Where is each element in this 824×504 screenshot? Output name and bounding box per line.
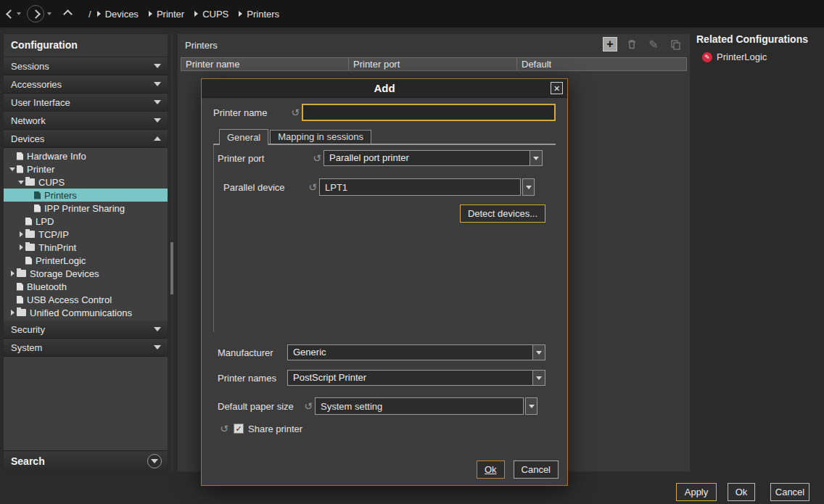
dialog-close-button[interactable] [551,82,563,94]
printer-name-input[interactable] [302,104,556,121]
reset-icon[interactable] [218,423,231,434]
column-header-printer-name[interactable]: Printer name [181,57,349,71]
detect-devices-button[interactable]: Detect devices... [460,205,545,223]
tab-mapping-in-sessions[interactable]: Mapping in sessions [270,130,371,144]
sidebar-section-system[interactable]: System [4,339,168,357]
sidebar-section-user-interface[interactable]: User Interface [4,94,168,112]
dialog-titlebar[interactable]: Add [202,79,567,98]
tree-item-printer[interactable]: Printer [4,162,168,175]
search-expand-button[interactable] [147,454,162,468]
tree-item-printerlogic[interactable]: PrinterLogic [4,254,168,267]
detect-devices-row: Detect devices... [218,205,545,223]
reset-icon[interactable] [289,107,302,118]
nav-forward[interactable] [27,5,52,22]
pencil-icon: ✎ [648,38,658,51]
reset-icon[interactable] [306,181,319,193]
column-header-printer-port[interactable]: Printer port [349,57,517,71]
column-header-default[interactable]: Default [517,57,687,71]
sidebar-section-security[interactable]: Security [4,321,168,339]
breadcrumb-arrow-icon [149,11,152,17]
chevron-down-icon [533,157,539,160]
file-icon [34,205,41,212]
sidebar-section-network[interactable]: Network [4,112,168,130]
chevron-down-icon [154,100,161,104]
ok-button[interactable]: Ok [728,483,755,501]
search-bar[interactable]: Search [4,450,168,471]
chevron-down-icon [536,351,542,355]
tree-item-printers[interactable]: Printers [4,189,168,202]
file-icon [25,257,32,265]
dropdown-arrow-button [530,151,542,165]
dialog-footer: Ok Cancel [477,460,559,479]
parallel-device-input[interactable]: LPT1 [319,178,521,196]
manufacturer-select[interactable]: Generic [287,344,545,360]
breadcrumb-bar: / Devices Printer CUPS Printers [0,0,824,28]
scrollbar-handle[interactable] [170,242,173,294]
cancel-button[interactable]: Cancel [770,483,809,501]
breadcrumb-printer[interactable]: Printer [149,9,184,20]
reset-icon[interactable] [310,152,324,164]
forward-circle [27,5,44,22]
copy-icon [670,38,681,50]
file-icon [25,218,32,226]
tree-item-tcpip[interactable]: TCP/IP [4,228,168,241]
collapse-toggle-icon[interactable] [17,231,25,237]
edit-button[interactable]: ✎ [646,37,661,51]
tree-item-unified-communications[interactable]: Unified Communications [4,306,168,319]
sidebar-scrollbar[interactable] [170,33,173,472]
share-printer-checkbox[interactable] [234,424,244,434]
expand-toggle-icon[interactable] [17,181,25,184]
manufacturer-label: Manufacturer [218,347,287,358]
config-tree: Hardware Info Printer CUPS Printers IPP … [4,148,168,321]
sidebar-section-accessories[interactable]: Accessories [4,75,168,94]
sidebar-section-devices[interactable]: Devices [4,130,168,148]
tree-item-hardware-info[interactable]: Hardware Info [4,149,168,162]
printer-names-select[interactable]: PostScript Printer [287,370,545,386]
collapse-toggle-icon[interactable] [17,244,25,250]
back-history-caret-icon [17,12,21,15]
sidebar-section-sessions[interactable]: Sessions [4,57,168,75]
nav-up[interactable] [65,11,71,17]
collapse-toggle-icon[interactable] [8,270,17,276]
close-icon [553,83,560,94]
paper-size-input[interactable]: System setting [315,397,524,415]
breadcrumb-cups[interactable]: CUPS [194,9,228,20]
chevron-down-icon [536,376,542,380]
parallel-device-dropdown-button[interactable] [522,178,535,196]
file-icon [34,191,41,199]
breadcrumb-root[interactable]: / [88,9,91,20]
delete-button[interactable] [625,37,639,51]
tree-item-ipp-printer-sharing[interactable]: IPP Printer Sharing [4,202,168,215]
reset-icon[interactable] [302,400,315,412]
printer-port-select[interactable]: Parallel port printer [324,150,543,166]
copy-button[interactable] [668,37,683,51]
breadcrumb-printers[interactable]: Printers [239,9,279,20]
collapse-toggle-icon[interactable] [8,310,17,315]
tree-item-bluetooth[interactable]: Bluetooth [4,280,168,293]
tab-general[interactable]: General [219,129,268,145]
tree-item-cups[interactable]: CUPS [4,175,168,189]
tree-item-storage-devices[interactable]: Storage Devices [4,267,168,280]
dialog-ok-button[interactable]: Ok [477,460,505,479]
breadcrumb-devices[interactable]: Devices [97,9,139,20]
add-button[interactable]: + [603,37,617,51]
trash-icon [626,38,638,50]
tree-item-lpd[interactable]: LPD [4,215,168,228]
dialog-cancel-button[interactable]: Cancel [514,460,559,479]
tree-item-thinprint[interactable]: ThinPrint [4,241,168,254]
related-item-printerlogic[interactable]: PrinterLogic [696,51,821,62]
parallel-device-label: Parallel device [223,182,306,193]
parallel-device-row: Parallel device LPT1 [218,178,556,196]
general-tab-panel: Printer port Parallel port printer Paral… [213,144,556,434]
tree-item-usb-access-control[interactable]: USB Access Control [4,293,168,306]
manufacturer-row: Manufacturer Generic [218,344,556,360]
folder-icon [17,270,26,277]
nav-back[interactable] [7,11,21,17]
paper-size-dropdown-button[interactable] [525,397,537,415]
breadcrumb-arrow-icon [194,11,198,17]
chevron-up-icon [154,136,161,141]
apply-button[interactable]: Apply [676,483,717,501]
folder-icon [25,231,35,238]
expand-toggle-icon[interactable] [8,168,17,171]
chevron-down-icon [529,405,535,408]
